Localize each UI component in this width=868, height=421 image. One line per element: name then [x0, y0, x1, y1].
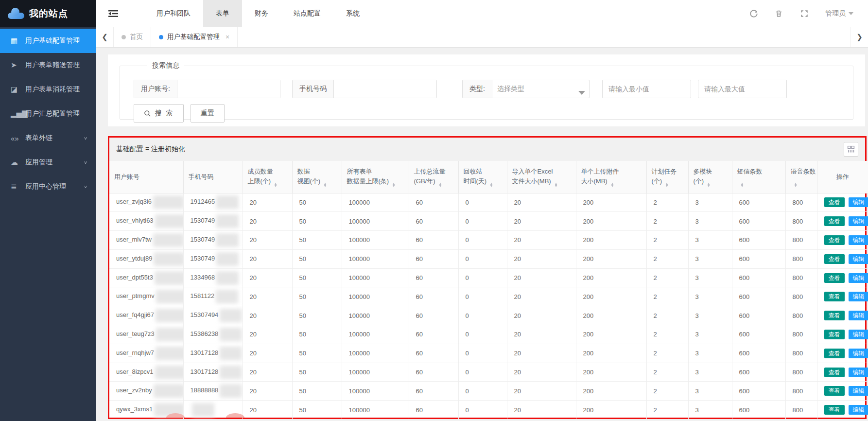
view-button[interactable]: 查看 — [824, 273, 845, 283]
column-header-13: 操作 — [817, 161, 868, 193]
search-panel: 搜索信息 用户账号: 手机号码 类型: 选择类型 — [108, 54, 865, 126]
column-header-7[interactable]: 导入单个Excel文件大小(MB)▲▼ — [507, 161, 576, 193]
column-header-10[interactable]: 多模块(个)▲▼ — [688, 161, 732, 193]
column-header-label: 数据 — [297, 167, 337, 176]
edit-button[interactable]: 编辑 — [849, 292, 868, 301]
sidebar-item-2[interactable]: ◪用户表单消耗管理 — [0, 77, 96, 102]
value-cell-7: 2 — [646, 231, 688, 250]
sort-icon[interactable]: ▲▼ — [794, 182, 798, 187]
edit-button[interactable]: 编辑 — [849, 216, 868, 226]
account-input[interactable] — [177, 80, 280, 98]
value-cell-10: 800 — [785, 212, 817, 231]
tabs-scroll-left[interactable]: ❮ — [96, 27, 114, 47]
column-header-5[interactable]: 上传总流量(GB/年)▲▼ — [409, 161, 458, 193]
edit-button[interactable]: 编辑 — [849, 273, 868, 283]
sidebar-item-1[interactable]: ➤用户表单赠送管理 — [0, 53, 96, 77]
value-cell-9: 600 — [732, 231, 785, 250]
redacted-blur — [220, 328, 242, 341]
tab-close-icon[interactable]: × — [226, 33, 229, 41]
column-header-2[interactable]: 成员数量上限(个)▲▼ — [243, 161, 292, 193]
edit-button[interactable]: 编辑 — [849, 349, 868, 358]
value-cell-4: 0 — [458, 212, 507, 231]
sort-icon[interactable]: ▲▼ — [323, 182, 327, 187]
column-header-8[interactable]: 单个上传附件大小(MB)▲▼ — [576, 161, 646, 193]
type-select[interactable]: 选择类型 — [492, 80, 589, 98]
sort-icon[interactable]: ▲▼ — [707, 182, 711, 187]
min-value-input[interactable] — [602, 80, 691, 98]
nav-item-2[interactable]: 财务 — [242, 0, 281, 27]
tab-label: 首页 — [130, 33, 143, 41]
sort-icon[interactable]: ▲▼ — [740, 182, 744, 187]
value-cell-7: 2 — [646, 363, 688, 382]
phone-cell: 15386238 — [183, 325, 243, 344]
tabs-scroll-right[interactable]: ❯ — [851, 27, 868, 47]
view-button[interactable]: 查看 — [824, 292, 845, 301]
reset-button[interactable]: 重置 — [191, 104, 225, 123]
view-button[interactable]: 查看 — [824, 235, 845, 245]
edit-button[interactable]: 编辑 — [849, 330, 868, 339]
edit-button[interactable]: 编辑 — [849, 235, 868, 245]
nav-item-1[interactable]: 表单 — [203, 0, 242, 27]
sidebar-item-4[interactable]: «»表单外链∨ — [0, 126, 96, 150]
edit-button[interactable]: 编辑 — [849, 311, 868, 320]
sort-icon[interactable]: ▲▼ — [665, 182, 669, 187]
columns-icon — [847, 145, 855, 153]
edit-button[interactable]: 编辑 — [849, 368, 868, 377]
sidebar-item-0[interactable]: ▦用户基础配置管理 — [0, 29, 96, 53]
value-cell-4: 0 — [458, 344, 507, 363]
nav-item-4[interactable]: 系统 — [333, 0, 372, 27]
search-button[interactable]: 搜 索 — [134, 104, 184, 123]
sort-icon[interactable]: ▲▼ — [489, 182, 493, 187]
phone-input[interactable] — [334, 80, 436, 98]
sidebar-item-3[interactable]: ▂▅▇用户汇总配置管理 — [0, 102, 96, 126]
view-button[interactable]: 查看 — [824, 349, 845, 358]
nav-item-3[interactable]: 站点配置 — [281, 0, 333, 27]
column-header-11[interactable]: 短信条数▲▼ — [732, 161, 785, 193]
view-button[interactable]: 查看 — [824, 386, 845, 396]
sort-icon[interactable]: ▲▼ — [554, 182, 558, 187]
value-cell-2: 100000 — [342, 344, 409, 363]
sort-icon[interactable]: ▲▼ — [392, 182, 396, 187]
view-button[interactable]: 查看 — [824, 216, 845, 226]
view-button[interactable]: 查看 — [824, 197, 845, 207]
column-header-4[interactable]: 所有表单数据量上限(条)▲▼ — [342, 161, 409, 193]
sort-icon[interactable]: ▲▼ — [438, 182, 442, 187]
value-cell-4: 0 — [458, 231, 507, 250]
view-button[interactable]: 查看 — [824, 311, 845, 320]
view-button[interactable]: 查看 — [824, 254, 845, 264]
type-select-placeholder: 选择类型 — [497, 85, 524, 93]
tab-1[interactable]: 用户基础配置管理× — [151, 27, 238, 47]
view-button[interactable]: 查看 — [824, 368, 845, 377]
refresh-icon[interactable] — [749, 9, 758, 18]
fullscreen-icon[interactable] — [800, 9, 809, 18]
sort-icon[interactable]: ▲▼ — [274, 182, 278, 187]
column-header-6[interactable]: 回收站时间(天)▲▼ — [458, 161, 507, 193]
view-button[interactable]: 查看 — [824, 405, 845, 415]
nav-item-0[interactable]: 用户和团队 — [144, 0, 203, 27]
max-value-input[interactable] — [698, 80, 787, 98]
value-cell-4: 0 — [458, 382, 507, 401]
edit-button[interactable]: 编辑 — [849, 254, 868, 264]
edit-button[interactable]: 编辑 — [849, 197, 868, 207]
sidebar-item-6[interactable]: ≣应用中心管理∨ — [0, 175, 96, 199]
sidebar-item-5[interactable]: ☁应用管理∨ — [0, 150, 96, 175]
column-settings-button[interactable] — [844, 142, 858, 157]
column-header-9[interactable]: 计划任务(个)▲▼ — [646, 161, 688, 193]
edit-button[interactable]: 编辑 — [849, 386, 868, 396]
admin-menu[interactable]: 管理员 — [825, 9, 853, 18]
account-label: 用户账号: — [134, 80, 177, 98]
view-button[interactable]: 查看 — [824, 330, 845, 339]
column-header-3[interactable]: 数据视图(个)▲▼ — [292, 161, 342, 193]
column-header-label2: 上限(个)▲▼ — [248, 176, 287, 187]
site-logo[interactable]: 我的站点 — [0, 0, 96, 27]
sort-icon[interactable]: ▲▼ — [610, 182, 614, 187]
sort-down-icon: ▼ — [740, 185, 744, 187]
account-text: user_vhiyti63 — [116, 217, 154, 225]
column-header-12[interactable]: 语音条数▲▼ — [785, 161, 817, 193]
tab-0[interactable]: 首页 — [114, 27, 151, 47]
trash-icon[interactable] — [775, 9, 783, 18]
edit-button[interactable]: 编辑 — [849, 405, 868, 415]
collapse-menu-icon[interactable] — [96, 10, 130, 18]
value-cell-6: 200 — [576, 344, 646, 363]
chevron-down-icon: ∨ — [84, 160, 87, 165]
